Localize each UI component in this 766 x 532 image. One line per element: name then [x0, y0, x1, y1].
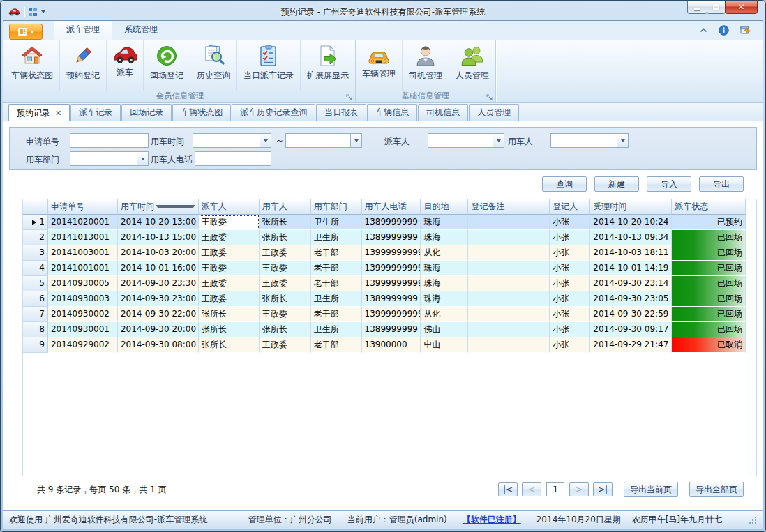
grid-cell[interactable]: 13900000: [362, 337, 421, 353]
grid-cell[interactable]: [468, 337, 550, 353]
grid-cell[interactable]: 从化: [421, 307, 468, 322]
history-query-button[interactable]: 历史查询: [190, 40, 237, 91]
grid-cell[interactable]: 老干部: [311, 245, 362, 261]
grid-cell[interactable]: 2014-10-03 18:11: [590, 245, 672, 261]
grid-cell[interactable]: 张所长: [260, 230, 311, 245]
grid-cell[interactable]: 珠海: [421, 291, 468, 307]
grid-cell[interactable]: [468, 261, 550, 276]
row-header-cell[interactable]: 2: [23, 230, 48, 245]
grid-cell[interactable]: 2014-09-30 23:05: [590, 291, 672, 307]
grid-cell[interactable]: 已回场: [672, 276, 746, 291]
grid-cell[interactable]: 2014-10-13 15:00: [118, 230, 199, 245]
page-number-input[interactable]: [546, 482, 564, 496]
grid-cell[interactable]: [468, 215, 550, 230]
grid-cell[interactable]: 2014-09-30 22:59: [590, 307, 672, 322]
grid-cell[interactable]: 王政委: [199, 230, 260, 245]
grid-cell[interactable]: 小张: [550, 322, 590, 337]
grid-cell[interactable]: 20141020001: [48, 215, 118, 230]
use-time-from-input[interactable]: [193, 134, 260, 147]
column-header[interactable]: 登记人: [550, 199, 590, 215]
grid-cell[interactable]: 王政委: [260, 307, 311, 322]
grid-cell[interactable]: 卫生所: [311, 291, 362, 307]
column-header[interactable]: 派车状态: [672, 199, 746, 215]
grid-cell[interactable]: 从化: [421, 245, 468, 261]
grid-cell[interactable]: 老干部: [311, 337, 362, 353]
grid-cell[interactable]: 卫生所: [311, 230, 362, 245]
combo-dropdown-button[interactable]: [260, 134, 271, 147]
department-input[interactable]: [70, 152, 137, 165]
vertical-scrollbar[interactable]: [746, 199, 757, 476]
minimize-button[interactable]: [687, 1, 707, 14]
grid-row[interactable]: 5201409300052014-09-30 23:30王政委王政委老干部139…: [23, 276, 746, 291]
homepage-icon[interactable]: [740, 25, 751, 36]
export-current-page-button[interactable]: 导出当前页: [624, 482, 678, 497]
use-time-from-combo[interactable]: [193, 133, 271, 148]
row-header-cell[interactable]: 1: [23, 215, 48, 230]
grid-row[interactable]: 4201410010012014-10-01 16:00王政委王政委老干部139…: [23, 261, 746, 276]
last-page-button[interactable]: >|: [593, 482, 613, 496]
grid-cell[interactable]: 2014-09-30 09:17: [590, 322, 672, 337]
dispatcher-combo[interactable]: [428, 133, 504, 148]
grid-cell[interactable]: 1389999999: [362, 215, 421, 230]
row-header-cell[interactable]: 3: [23, 245, 48, 261]
grid-cell[interactable]: [468, 276, 550, 291]
grid-cell[interactable]: 1389999999: [362, 291, 421, 307]
grid-cell[interactable]: 小张: [550, 291, 590, 307]
row-indicator-header[interactable]: [23, 199, 48, 215]
grid-cell[interactable]: 老干部: [311, 276, 362, 291]
combo-dropdown-button[interactable]: [493, 134, 504, 147]
row-header-cell[interactable]: 7: [23, 307, 48, 322]
dialog-launcher-icon[interactable]: [346, 94, 353, 101]
row-header-cell[interactable]: 6: [23, 291, 48, 307]
grid-cell[interactable]: [468, 245, 550, 261]
export-all-pages-button[interactable]: 导出全部页: [689, 482, 744, 497]
column-header[interactable]: 用车人: [260, 199, 311, 215]
grid-cell[interactable]: 小张: [550, 230, 590, 245]
grid-cell[interactable]: [468, 291, 550, 307]
resize-grip[interactable]: [749, 516, 757, 524]
grid-cell[interactable]: 13999999999: [362, 276, 421, 291]
grid-cell[interactable]: 2014-09-30 22:00: [118, 307, 199, 322]
doc-tab-vehicle-info[interactable]: 车辆信息: [367, 104, 417, 121]
grid-cell[interactable]: 小张: [550, 245, 590, 261]
grid-row[interactable]: 7201409300022014-09-30 22:00张所长王政委老干部139…: [23, 307, 746, 322]
layout-grid-icon[interactable]: [28, 7, 38, 17]
grid-cell[interactable]: 13999999999: [362, 307, 421, 322]
grid-cell[interactable]: 2014-10-20 10:24: [590, 215, 672, 230]
driver-management-button[interactable]: 司机管理: [403, 40, 449, 91]
doc-tab-personnel-management[interactable]: 人员管理: [469, 104, 519, 121]
column-header[interactable]: 用车时间: [118, 199, 199, 215]
grid-cell[interactable]: 20141013001: [48, 230, 118, 245]
grid-cell[interactable]: 已回场: [672, 291, 746, 307]
phone-input[interactable]: [195, 151, 271, 166]
grid-cell[interactable]: 王政委: [199, 215, 260, 230]
grid-row[interactable]: 9201409290022014-09-30 08:00张所长王政委老干部139…: [23, 337, 746, 353]
grid-cell[interactable]: 20140930002: [48, 307, 118, 322]
grid-cell[interactable]: 20140930005: [48, 276, 118, 291]
grid-cell[interactable]: 王政委: [260, 276, 311, 291]
grid-cell[interactable]: [468, 307, 550, 322]
license-registered-link[interactable]: 【软件已注册】: [463, 514, 521, 526]
qat-dropdown-icon[interactable]: [41, 10, 45, 13]
grid-cell[interactable]: 小张: [550, 261, 590, 276]
grid-cell[interactable]: 2014-09-30 23:30: [118, 276, 199, 291]
grid-cell[interactable]: 2014-10-13 09:34: [590, 230, 672, 245]
grid-cell[interactable]: 佛山: [421, 322, 468, 337]
car-user-input[interactable]: [551, 134, 617, 147]
grid-cell[interactable]: 王政委: [199, 245, 260, 261]
info-icon[interactable]: [719, 25, 729, 36]
dispatch-button[interactable]: 派车: [107, 40, 144, 91]
doc-tab-daily-report[interactable]: 当日报表: [316, 104, 366, 121]
grid-cell[interactable]: 20140929002: [48, 337, 118, 353]
grid-row[interactable]: 2201410130012014-10-13 15:00王政委张所长卫生所138…: [23, 230, 746, 245]
close-button[interactable]: ✕: [725, 1, 758, 14]
query-button[interactable]: 查询: [542, 176, 587, 192]
grid-cell[interactable]: 2014-09-30 08:00: [118, 337, 199, 353]
grid-cell[interactable]: 张所长: [199, 322, 260, 337]
doc-tab-reservation-records[interactable]: 预约记录 ✕: [8, 104, 70, 121]
combo-dropdown-button[interactable]: [350, 134, 361, 147]
column-header[interactable]: 登记备注: [468, 199, 550, 215]
new-button[interactable]: 新建: [594, 176, 639, 192]
grid-cell[interactable]: 小张: [550, 337, 590, 353]
grid-row[interactable]: 6201409300032014-09-30 23:00王政委张所长卫生所138…: [23, 291, 746, 307]
